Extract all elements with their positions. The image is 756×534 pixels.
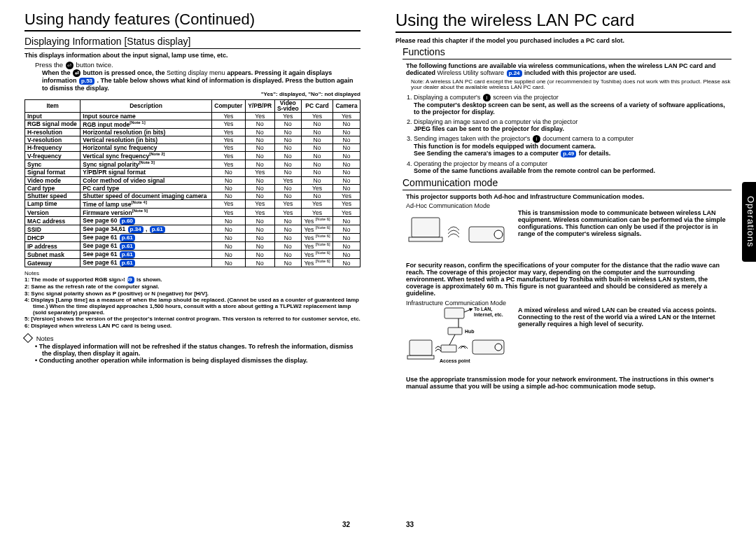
functions-list: Displaying a computer's i screen via the… — [402, 94, 732, 174]
cell: Yes — [274, 176, 301, 184]
cell: Yes — [333, 209, 360, 217]
comm-intro: This projector supports both Ad-hoc and … — [406, 193, 732, 200]
cell: Gateway — [25, 259, 80, 267]
cell: Yes — [211, 209, 245, 217]
table-row: Signal formatY/PB/PR signal formatNoYesN… — [25, 169, 360, 176]
right-page: Using the wireless LAN PC card Please re… — [378, 0, 756, 534]
cell: H-frequency — [25, 144, 80, 152]
cell: No — [274, 136, 301, 143]
table-row: SSIDSee page 34,61 p.34 , p.61NoNoNoYes … — [25, 225, 360, 234]
cell: No — [245, 225, 274, 234]
cell: No — [245, 176, 274, 184]
cell: No — [333, 176, 360, 184]
cell: No — [245, 192, 274, 199]
svg-rect-12 — [441, 345, 456, 352]
enter-icon: ⏎ — [73, 69, 80, 77]
cell: DHCP — [25, 234, 80, 242]
intro-text: This displays information about the inpu… — [24, 52, 360, 59]
cell: No — [245, 144, 274, 152]
cell: Lamp time — [25, 200, 80, 209]
info-icon: i — [533, 135, 540, 143]
cell: No — [274, 160, 301, 169]
cell: Sync — [25, 160, 80, 169]
diamond-icon — [23, 333, 33, 343]
notes-block: Notes 1: The mode of supported RGB signa… — [24, 270, 360, 329]
cell: RGB input mode[Note 1] — [80, 120, 212, 128]
left-page: Using handy features (Continued) Display… — [0, 0, 378, 534]
hr — [24, 30, 360, 31]
closing-text: Use the appropriate transmission mode fo… — [406, 376, 732, 390]
table-row: Lamp timeTime of lamp use[Note 4]YesYesY… — [25, 200, 360, 209]
notes2-label: Notes — [36, 335, 54, 342]
cell: No — [274, 234, 301, 242]
cell: SSID — [25, 225, 80, 234]
fn-3: Sending images taken with the projector'… — [414, 135, 732, 157]
cell: No — [333, 234, 360, 242]
note-item: 1: The mode of supported RGB signal p.69… — [24, 276, 360, 283]
fn-1: Displaying a computer's i screen via the… — [414, 94, 732, 115]
note-box: Note: A wireless LAN PC card except the … — [411, 79, 732, 92]
table-row: Shutter speedShutter speed of document i… — [25, 192, 360, 199]
table-legend: "Yes": displayed, "No": not displayed — [24, 92, 360, 98]
note-item: 5: [Version] shows the version of the pr… — [24, 316, 360, 322]
press-a: Press the — [35, 61, 63, 69]
infra-label: Infrastructure Communication Mode — [406, 300, 732, 307]
table-row: MAC addressSee page 60 p.60NoNoNoYes [No… — [25, 217, 360, 225]
cell: No — [274, 128, 301, 136]
left-h2: Displaying Information [Status display] — [24, 36, 360, 47]
cell: Yes — [245, 209, 274, 217]
cell: No — [301, 120, 332, 128]
cell: Yes — [301, 112, 332, 120]
cell: Color method of video signal — [80, 176, 212, 184]
page-number-33: 33 — [406, 521, 414, 528]
page-ref-53: p.53 — [79, 78, 94, 85]
bullet-item: • Conducting another operation while inf… — [35, 357, 360, 364]
cell: Yes — [211, 136, 245, 143]
func-intro: The following functions are available vi… — [406, 62, 732, 77]
security-text: For security reason, confirm the specifi… — [406, 262, 732, 297]
cell: No — [333, 259, 360, 267]
cell: Yes — [245, 200, 274, 209]
operations-tab: Operations — [742, 182, 756, 262]
table-row: Card typePC card typeNoNoNoYesNo — [25, 184, 360, 192]
cell: Horizontal sync frequency — [80, 144, 212, 152]
cell: Yes — [301, 184, 332, 192]
cell: No — [301, 128, 332, 136]
cell: No — [333, 128, 360, 136]
hr — [24, 48, 360, 49]
svg-rect-0 — [412, 218, 440, 237]
cell: Shutter speed — [25, 192, 80, 199]
cell: Yes — [211, 160, 245, 169]
cell: No — [245, 234, 274, 242]
cell: No — [301, 152, 332, 160]
press-b: button twice. — [76, 61, 113, 69]
cell: Time of lamp use[Note 4] — [80, 200, 212, 209]
note-item: 4: Displays [Lamp time] as a measure of … — [24, 297, 360, 316]
table-row: IP addressSee page 61 p.61NoNoNoYes [Not… — [25, 242, 360, 251]
th-6: Camera — [333, 99, 360, 112]
cell: Vertical sync frequency[Note 2] — [80, 152, 212, 160]
cell: No — [301, 160, 332, 169]
cell: See page 61 p.61 — [80, 234, 212, 242]
table-row: DHCPSee page 61 p.61NoNoNoYes [Note 6]No — [25, 234, 360, 242]
cell: No — [274, 242, 301, 251]
svg-rect-1 — [409, 237, 442, 241]
cell: No — [245, 251, 274, 259]
page-ref-49: p.49 — [561, 150, 576, 157]
ap-label: Access point — [440, 358, 470, 364]
cell: No — [245, 184, 274, 192]
th-0: Item — [25, 99, 80, 112]
cell: Yes [Note 6] — [301, 225, 332, 234]
cell: Vertical resolution (in bits) — [80, 136, 212, 143]
to-lan-label: To LAN, — [474, 307, 492, 312]
cell: Version — [25, 209, 80, 217]
cell: No — [301, 192, 332, 199]
cell: No — [211, 242, 245, 251]
table-row: GatewaySee page 61 p.61NoNoNoYes [Note 6… — [25, 259, 360, 267]
cell: No — [245, 120, 274, 128]
cell: No — [211, 169, 245, 176]
functions-h2: Functions — [402, 46, 732, 57]
infra-diagram: To LAN, Internet, etc. Hub Access point — [406, 307, 511, 373]
cell: Yes — [274, 209, 301, 217]
cell: See page 61 p.61 — [80, 251, 212, 259]
